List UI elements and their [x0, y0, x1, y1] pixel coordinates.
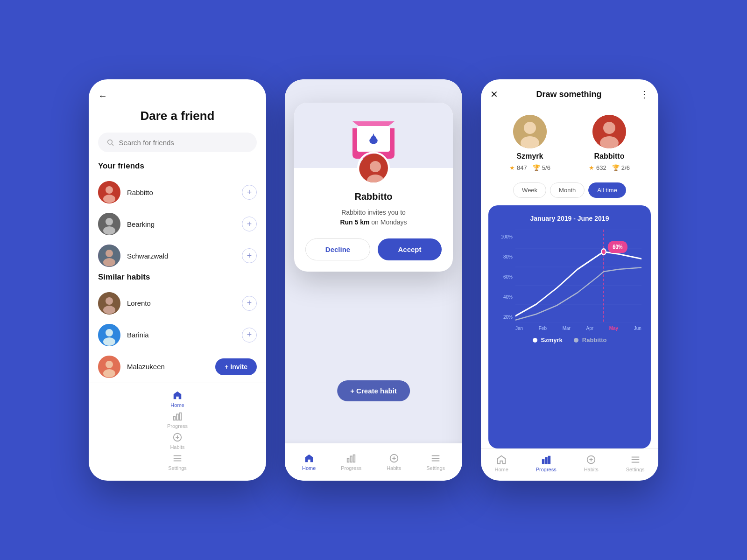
add-friend-bearking[interactable]: +	[242, 217, 257, 231]
chart-area: 100% 80% 60% 40% 20%	[498, 230, 641, 331]
search-input[interactable]	[119, 139, 248, 147]
settings-icon-2	[430, 453, 441, 463]
home-icon	[172, 390, 183, 400]
draw-something-screen: ✕ Draw something ⋮ Szmyrk ★ 847 🏆 5/6	[481, 79, 658, 481]
nav2-progress[interactable]: Progress	[341, 453, 361, 471]
similar-item-malazukeen: Malazukeen + Invite	[89, 351, 266, 383]
search-bar[interactable]	[98, 133, 257, 152]
svg-rect-35	[347, 458, 349, 462]
x-mar: Mar	[563, 326, 571, 331]
legend-rabbitto: Rabbitto	[574, 336, 607, 343]
x-jan: Jan	[515, 326, 523, 331]
filter-month[interactable]: Month	[550, 182, 585, 198]
nav-habits[interactable]: Habits	[89, 432, 266, 450]
svg-rect-36	[350, 456, 352, 462]
back-button[interactable]: ←	[98, 91, 107, 101]
create-habit-button[interactable]: + Create habit	[337, 380, 410, 401]
nav2-settings[interactable]: Settings	[426, 453, 445, 471]
chart-legend: Szmyrk Rabbitto	[498, 336, 641, 343]
svg-point-33	[370, 161, 381, 172]
vs-section: Szmyrk ★ 847 🏆 5/6 Rabbitto	[481, 107, 658, 179]
add-barinia[interactable]: +	[242, 328, 257, 343]
chart-plot-area: 60% Jan Feb Mar Apr May Jun	[515, 230, 641, 331]
add-friend-rabbitto[interactable]: +	[242, 185, 257, 200]
habits-icon-3	[586, 455, 596, 465]
svg-point-57	[601, 249, 606, 255]
invite-overlay-card: Rabbitto Rabbitto invites you to Run 5 k…	[294, 103, 453, 272]
svg-rect-37	[353, 455, 355, 462]
friend-item-schwarzwald: Schwarzwald +	[89, 240, 266, 272]
y-axis: 100% 80% 60% 40% 20%	[498, 230, 515, 331]
invite-actions: Decline Accept	[305, 238, 442, 260]
nav2-habits[interactable]: Habits	[387, 453, 401, 471]
similar-item-barinia: Barinia +	[89, 319, 266, 351]
nav-progress-label: Progress	[167, 423, 188, 429]
trophy-icon-szmyrk: 🏆	[533, 164, 540, 171]
more-options-button[interactable]: ⋮	[640, 89, 649, 100]
filter-alltime[interactable]: All time	[588, 182, 626, 198]
svg-point-9	[106, 250, 113, 257]
home-icon-2	[304, 453, 314, 463]
settings-icon-3	[630, 455, 641, 465]
vs-trophy-szmyrk: 🏆 5/6	[533, 164, 550, 171]
svg-rect-62	[548, 456, 550, 464]
invite-malazukeen-button[interactable]: + Invite	[215, 358, 257, 375]
your-friends-label: Your friends	[89, 161, 266, 171]
nav3-progress[interactable]: Progress	[536, 455, 557, 472]
dare-a-friend-screen: ← Dare a friend Your friends Rabbitto + …	[89, 79, 266, 481]
svg-rect-20	[174, 416, 176, 420]
nav3-habits[interactable]: Habits	[584, 455, 599, 472]
svg-point-10	[103, 258, 115, 266]
envelope-letter	[357, 126, 390, 152]
legend-dot-szmyrk	[533, 338, 537, 343]
svg-point-16	[103, 337, 115, 346]
nav-settings[interactable]: Settings	[89, 453, 266, 471]
friend-name-schwarzwald: Schwarzwald	[127, 252, 235, 260]
nav3-settings[interactable]: Settings	[626, 455, 645, 472]
nav3-home[interactable]: Home	[494, 455, 508, 472]
decline-button[interactable]: Decline	[305, 238, 370, 260]
x-feb: Feb	[539, 326, 547, 331]
nav2-home-label: Home	[302, 465, 316, 471]
avatar-malazukeen	[98, 356, 120, 378]
x-axis: Jan Feb Mar Apr May Jun	[515, 324, 641, 331]
nav3-progress-label: Progress	[536, 467, 557, 472]
svg-text:60%: 60%	[613, 244, 622, 251]
chart-title: January 2019 - June 2019	[498, 215, 641, 222]
y-label-20: 20%	[498, 315, 513, 320]
nav3-home-label: Home	[494, 467, 508, 472]
y-label-100: 100%	[498, 234, 513, 239]
vs-trophy-rabbitto: 🏆 2/6	[612, 164, 630, 171]
friend-name-rabbitto: Rabbitto	[127, 189, 235, 196]
close-button[interactable]: ✕	[490, 89, 498, 100]
svg-line-1	[112, 144, 113, 146]
nav-home[interactable]: Home	[89, 390, 266, 408]
page-title: Dare a friend	[89, 109, 266, 123]
time-filter-bar: Week Month All time	[490, 182, 649, 198]
nav3-habits-label: Habits	[584, 467, 599, 472]
avatar-rabbitto	[98, 181, 120, 203]
vs-stats-szmyrk: ★ 847 🏆 5/6	[509, 164, 550, 171]
nav-progress[interactable]: Progress	[89, 411, 266, 429]
chart-svg: 60%	[515, 230, 641, 323]
vs-user-szmyrk: Szmyrk ★ 847 🏆 5/6	[509, 115, 550, 171]
similar-name-barinia: Barinia	[127, 331, 235, 339]
habits-icon	[172, 432, 183, 442]
nav2-home[interactable]: Home	[302, 453, 316, 471]
avatar-schwarzwald	[98, 245, 120, 267]
filter-week[interactable]: Week	[513, 182, 546, 198]
bottom-nav-2: Home Progress Habits Settings	[285, 443, 462, 481]
x-jun: Jun	[634, 326, 641, 331]
add-friend-schwarzwald[interactable]: +	[242, 248, 257, 263]
x-apr: Apr	[586, 326, 594, 331]
screen3-header: ✕ Draw something ⋮	[481, 79, 658, 107]
add-lorento[interactable]: +	[242, 296, 257, 311]
svg-point-0	[108, 140, 113, 145]
y-label-40: 40%	[498, 294, 513, 300]
top-bar: ←	[89, 79, 266, 105]
svg-point-19	[103, 369, 115, 378]
svg-point-48	[603, 122, 615, 134]
svg-point-13	[103, 306, 115, 314]
avatar-barinia	[98, 324, 120, 346]
accept-button[interactable]: Accept	[378, 238, 442, 260]
